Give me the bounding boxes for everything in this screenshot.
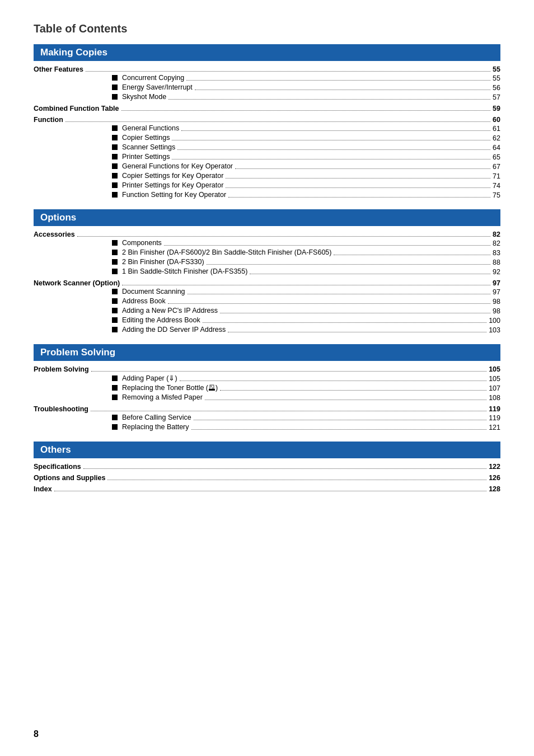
toc-sub-label-scanner-settings: Scanner Settings xyxy=(112,143,175,151)
toc-sub-label-2bin-finisher-da-fs600: 2 Bin Finisher (DA-FS600)/2 Bin Saddle-S… xyxy=(112,248,331,256)
bullet-icon xyxy=(112,125,118,131)
toc-dots xyxy=(164,245,490,246)
toc-page-combined-function-table: 59 xyxy=(493,105,500,112)
toc-page-adding-new-pc-ip: 98 xyxy=(493,307,500,315)
toc-sub-skyshot-mode[interactable]: Skyshot Mode57 xyxy=(34,93,500,101)
toc-label-accessories: Accessories xyxy=(34,231,75,238)
toc-sub-removing-misfed-paper[interactable]: Removing a Misfed Paper108 xyxy=(34,393,500,402)
toc-page-printer-settings: 65 xyxy=(493,153,500,161)
section-header-making-copies: Making Copies xyxy=(34,44,500,61)
page-number: 8 xyxy=(34,729,39,739)
toc-page-2bin-finisher-da-fs600: 83 xyxy=(493,249,500,257)
bullet-icon xyxy=(112,317,118,323)
toc-page-adding-dd-server-ip: 103 xyxy=(489,326,500,334)
toc-main-accessories[interactable]: Accessories82 xyxy=(34,231,500,238)
toc-sub-label-general-functions-key-op: General Functions for Key Operator xyxy=(112,162,233,170)
toc-dots xyxy=(191,429,487,430)
toc-dots xyxy=(205,400,486,400)
toc-label-combined-function-table: Combined Function Table xyxy=(34,105,119,112)
toc-sub-replacing-toner-bottle[interactable]: Replacing the Toner Bottle (🗳)107 xyxy=(34,384,500,392)
toc-sub-label-concurrent-copying: Concurrent Copying xyxy=(112,74,184,82)
toc-page-copier-settings: 62 xyxy=(493,134,500,142)
section-block-problem-solving: Problem Solving105Adding Paper (⇓)105Rep… xyxy=(34,365,500,431)
toc-dots xyxy=(207,264,491,265)
bullet-icon xyxy=(112,269,118,274)
toc-sub-label-printer-settings-key-op: Printer Settings for Key Operator xyxy=(112,181,223,189)
toc-sub-energy-saver[interactable]: Energy Saver/Interrupt56 xyxy=(34,83,500,92)
toc-dots xyxy=(177,149,490,150)
toc-page-scanner-settings: 64 xyxy=(493,144,500,152)
toc-sub-label-address-book: Address Book xyxy=(112,297,166,305)
toc-main-network-scanner[interactable]: Network Scanner (Option)97 xyxy=(34,279,500,287)
toc-page-components: 82 xyxy=(493,240,500,247)
section-block-others: Specifications122Options and Supplies126… xyxy=(34,463,500,493)
toc-sub-editing-address-book[interactable]: Editing the Address Book100 xyxy=(34,316,500,325)
toc-sub-1bin-saddle-stitch[interactable]: 1 Bin Saddle-Stitch Finisher (DA-FS355)9… xyxy=(34,267,500,276)
toc-sub-function-setting-key-op[interactable]: Function Setting for Key Operator75 xyxy=(34,191,500,199)
toc-sub-before-calling-service[interactable]: Before Calling Service119 xyxy=(34,414,500,422)
toc-sub-copier-settings-key-op[interactable]: Copier Settings for Key Operator71 xyxy=(34,172,500,180)
toc-sub-2bin-finisher-da-fs330[interactable]: 2 Bin Finisher (DA-FS330)88 xyxy=(34,258,500,266)
toc-sub-label-adding-dd-server-ip: Adding the DD Server IP Address xyxy=(112,326,226,334)
toc-page-adding-paper: 105 xyxy=(489,375,500,383)
bullet-icon xyxy=(112,327,118,332)
toc-sub-label-energy-saver: Energy Saver/Interrupt xyxy=(112,83,193,91)
toc-sub-concurrent-copying[interactable]: Concurrent Copying55 xyxy=(34,74,500,82)
toc-sub-copier-settings[interactable]: Copier Settings62 xyxy=(34,134,500,142)
page-title: Table of Contents xyxy=(34,22,500,37)
toc-dots xyxy=(91,411,486,411)
bullet-icon xyxy=(112,94,118,100)
bullet-icon xyxy=(112,182,118,188)
toc-label-troubleshooting: Troubleshooting xyxy=(34,405,88,413)
toc-sub-label-general-functions: General Functions xyxy=(112,124,179,132)
toc-sub-2bin-finisher-da-fs600[interactable]: 2 Bin Finisher (DA-FS600)/2 Bin Saddle-S… xyxy=(34,248,500,257)
toc-dots xyxy=(54,491,486,491)
toc-container: Making CopiesOther Features55Concurrent … xyxy=(34,44,500,493)
toc-main-troubleshooting[interactable]: Troubleshooting119 xyxy=(34,405,500,413)
toc-sub-label-before-calling-service: Before Calling Service xyxy=(112,414,191,421)
toc-sub-adding-dd-server-ip[interactable]: Adding the DD Server IP Address103 xyxy=(34,326,500,334)
toc-main-problem-solving-entry[interactable]: Problem Solving105 xyxy=(34,365,500,373)
toc-sub-general-functions[interactable]: General Functions61 xyxy=(34,124,500,133)
toc-sub-general-functions-key-op[interactable]: General Functions for Key Operator67 xyxy=(34,162,500,171)
toc-dots xyxy=(168,99,490,100)
toc-main-combined-function-table[interactable]: Combined Function Table59 xyxy=(34,105,500,112)
toc-page-replacing-battery: 121 xyxy=(489,424,500,431)
toc-dots xyxy=(203,322,486,323)
toc-main-other-features[interactable]: Other Features55 xyxy=(34,65,500,73)
toc-sub-adding-new-pc-ip[interactable]: Adding a New PC's IP Address98 xyxy=(34,307,500,315)
toc-dots xyxy=(172,159,490,159)
toc-page-2bin-finisher-da-fs330: 88 xyxy=(493,259,500,266)
toc-main-function[interactable]: Function60 xyxy=(34,116,500,124)
toc-dots xyxy=(334,255,490,255)
toc-page-specifications: 122 xyxy=(489,463,500,471)
toc-sub-label-function-setting-key-op: Function Setting for Key Operator xyxy=(112,191,226,199)
toc-sub-label-2bin-finisher-da-fs330: 2 Bin Finisher (DA-FS330) xyxy=(112,258,204,266)
toc-sub-printer-settings-key-op[interactable]: Printer Settings for Key Operator74 xyxy=(34,181,500,190)
toc-page-network-scanner: 97 xyxy=(493,279,500,287)
toc-sub-replacing-battery[interactable]: Replacing the Battery121 xyxy=(34,423,500,431)
toc-sub-document-scanning[interactable]: Document Scanning97 xyxy=(34,288,500,296)
toc-sub-scanner-settings[interactable]: Scanner Settings64 xyxy=(34,143,500,152)
toc-main-index[interactable]: Index128 xyxy=(34,485,500,493)
toc-page-index: 128 xyxy=(489,485,500,493)
bullet-icon xyxy=(112,250,118,255)
toc-label-other-features: Other Features xyxy=(34,65,83,73)
toc-page-1bin-saddle-stitch: 92 xyxy=(493,268,500,276)
toc-dots xyxy=(65,121,490,122)
bullet-icon xyxy=(112,375,118,381)
toc-dots xyxy=(220,390,486,391)
toc-main-specifications[interactable]: Specifications122 xyxy=(34,463,500,471)
toc-page-copier-settings-key-op: 71 xyxy=(493,172,500,180)
toc-main-options-and-supplies[interactable]: Options and Supplies126 xyxy=(34,474,500,482)
toc-page-general-functions: 61 xyxy=(493,125,500,133)
toc-sub-components[interactable]: Components82 xyxy=(34,239,500,247)
toc-label-specifications: Specifications xyxy=(34,463,81,471)
toc-page-editing-address-book: 100 xyxy=(489,317,500,325)
bullet-icon xyxy=(112,163,118,169)
toc-label-options-and-supplies: Options and Supplies xyxy=(34,474,105,482)
toc-sub-printer-settings[interactable]: Printer Settings65 xyxy=(34,153,500,161)
section-block-making-copies: Other Features55Concurrent Copying55Ener… xyxy=(34,65,500,199)
toc-sub-address-book[interactable]: Address Book98 xyxy=(34,297,500,306)
toc-sub-adding-paper[interactable]: Adding Paper (⇓)105 xyxy=(34,374,500,383)
